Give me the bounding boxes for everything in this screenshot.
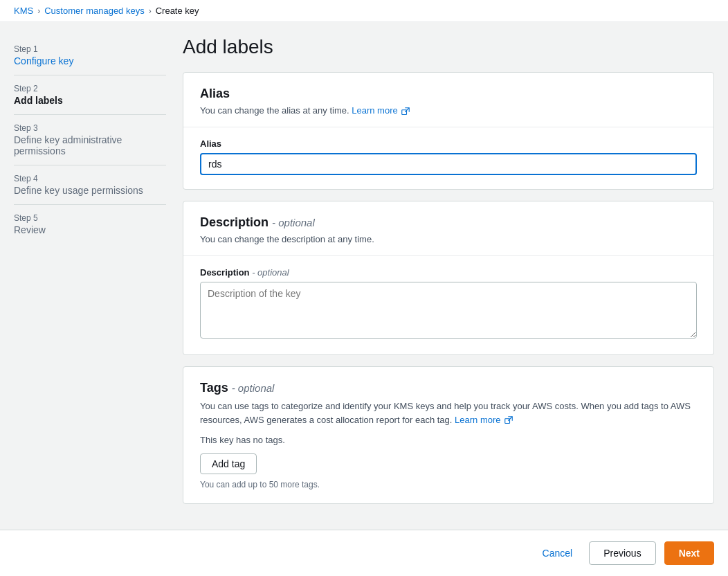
sidebar: Step 1 Configure key Step 2 Add labels S…	[14, 36, 166, 516]
description-divider	[183, 255, 713, 256]
sidebar-step-2: Step 2 Add labels	[14, 75, 166, 115]
previous-button[interactable]: Previous	[589, 541, 655, 565]
no-tags-text: This key has no tags.	[200, 435, 697, 445]
main-content: Add labels Alias You can change the alia…	[183, 36, 714, 516]
alias-field-label: Alias	[200, 138, 697, 149]
breadcrumb-sep-1: ›	[37, 6, 40, 16]
external-link-icon	[401, 107, 410, 116]
tags-section: Tags - optional You can use tags to cate…	[183, 366, 714, 504]
sidebar-item-add-labels: Add labels	[14, 95, 166, 106]
alias-input[interactable]	[200, 153, 697, 175]
sidebar-step-4: Step 4 Define key usage permissions	[14, 165, 166, 205]
sidebar-step-5: Step 5 Review	[14, 205, 166, 244]
alias-section-description: You can change the alias at any time. Le…	[200, 105, 697, 116]
step-4-number: Step 4	[14, 174, 166, 183]
sidebar-item-usage-permissions: Define key usage permissions	[14, 185, 166, 196]
breadcrumb-current: Create key	[156, 6, 199, 16]
add-tag-button[interactable]: Add tag	[200, 453, 257, 474]
sidebar-item-admin-permissions: Define key administrative permissions	[14, 134, 166, 156]
sidebar-item-configure-key[interactable]: Configure key	[14, 55, 166, 66]
alias-section-title: Alias	[200, 87, 697, 101]
sidebar-step-3: Step 3 Define key administrative permiss…	[14, 115, 166, 165]
step-2-number: Step 2	[14, 84, 166, 93]
description-textarea[interactable]	[200, 282, 697, 339]
page-title: Add labels	[183, 36, 714, 58]
tags-learn-more-link[interactable]: Learn more	[455, 415, 513, 425]
breadcrumb-customer-managed-keys[interactable]: Customer managed keys	[44, 6, 145, 16]
alias-section: Alias You can change the alias at any ti…	[183, 72, 714, 190]
footer: Cancel Previous Next	[0, 530, 728, 576]
description-section-title: Description - optional	[200, 215, 697, 230]
step-3-number: Step 3	[14, 123, 166, 133]
description-field-optional: - optional	[252, 267, 289, 278]
breadcrumb-kms[interactable]: KMS	[14, 6, 33, 16]
sidebar-step-1: Step 1 Configure key	[14, 36, 166, 75]
description-field-label: Description - optional	[200, 267, 697, 278]
alias-divider	[183, 127, 713, 127]
alias-learn-more-link[interactable]: Learn more	[352, 105, 410, 116]
description-section-description: You can change the description at any ti…	[200, 234, 697, 244]
tags-info-text: You can use tags to categorize and ident…	[200, 399, 697, 426]
tags-external-link-icon	[504, 416, 513, 424]
tags-optional-label: - optional	[232, 382, 275, 394]
description-optional-label: - optional	[272, 217, 315, 228]
breadcrumb: KMS › Customer managed keys › Create key	[0, 0, 728, 22]
sidebar-item-review: Review	[14, 224, 166, 235]
add-tag-hint: You can add up to 50 more tags.	[200, 480, 697, 489]
cancel-button[interactable]: Cancel	[534, 543, 581, 563]
tags-section-title: Tags - optional	[200, 381, 697, 395]
step-5-number: Step 5	[14, 213, 166, 223]
breadcrumb-sep-2: ›	[149, 6, 152, 16]
next-button[interactable]: Next	[664, 541, 714, 565]
step-1-number: Step 1	[14, 44, 166, 54]
description-section: Description - optional You can change th…	[183, 201, 714, 355]
